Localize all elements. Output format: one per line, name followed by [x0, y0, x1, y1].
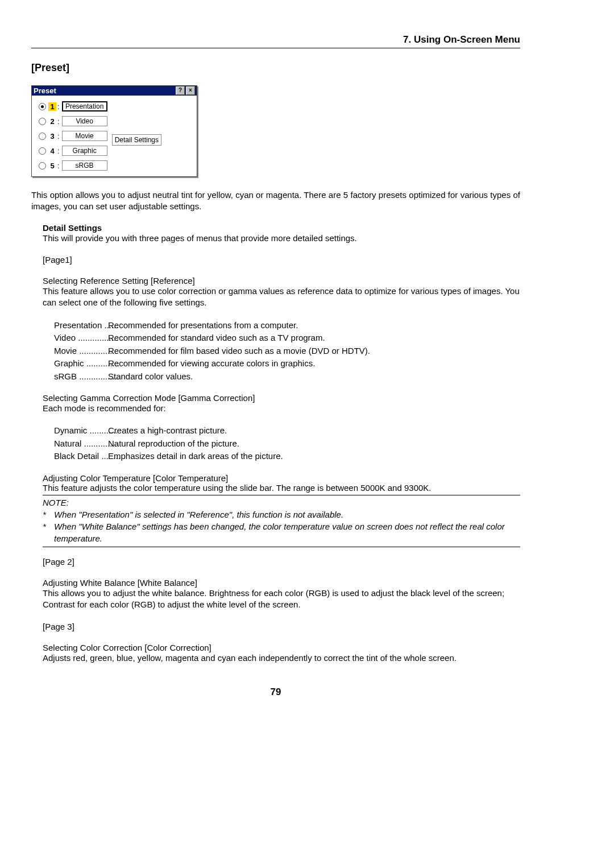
gamma-list: Dynamic ............ Creates a high-cont… [54, 424, 520, 463]
preset-num: 1 [48, 102, 56, 111]
note-block: NOTE: * When "Presentation" is selected … [43, 495, 520, 547]
dialog-titlebar: Preset ? × [32, 86, 197, 96]
preset-label[interactable]: Graphic [62, 146, 107, 156]
page3-label: [Page 3] [43, 621, 520, 633]
color-temp-desc: This feature adjusts the color temperatu… [43, 483, 520, 493]
asterisk-icon: * [43, 509, 54, 520]
dialog-title-icons: ? × [176, 86, 195, 95]
preset-label[interactable]: Presentation [62, 101, 107, 111]
note-item: * When "Presentation" is selected in "Re… [43, 509, 520, 520]
white-balance-title: Adjusting White Balance [White Balance] [43, 578, 520, 588]
help-icon[interactable]: ? [176, 86, 185, 95]
preset-row-3[interactable]: 3 : Movie [39, 131, 107, 141]
preset-label[interactable]: Video [62, 116, 107, 126]
preset-row-1[interactable]: 1 : Presentation [39, 101, 107, 111]
radio-icon[interactable] [39, 103, 46, 110]
radio-icon[interactable] [39, 133, 46, 140]
preset-num: 4 [48, 147, 56, 155]
preset-num: 2 [48, 117, 56, 126]
list-item: Dynamic ............ Creates a high-cont… [54, 424, 520, 437]
note-item: * When "White Balance" settings has been… [43, 520, 520, 544]
list-item: Black Detail ........ Emphasizes detail … [54, 450, 520, 463]
colon: : [57, 132, 60, 140]
preset-row-5[interactable]: 5 : sRGB [39, 160, 107, 171]
note-label: NOTE: [43, 497, 520, 509]
radio-icon[interactable] [39, 162, 46, 170]
page1-label: [Page1] [43, 254, 520, 266]
dialog-title-text: Preset [34, 86, 56, 95]
close-icon[interactable]: × [186, 86, 195, 95]
colon: : [57, 162, 60, 170]
detail-settings-desc: This will provide you with three pages o… [43, 233, 520, 244]
colon: : [57, 102, 60, 111]
detail-settings-heading: Detail Settings [43, 223, 520, 233]
gamma-desc: Each mode is recommended for: [43, 403, 520, 414]
color-correction-desc: Adjusts red, green, blue, yellow, magent… [43, 652, 520, 664]
section-title: [Preset] [31, 62, 520, 74]
detail-settings-button[interactable]: Detail Settings [112, 134, 161, 146]
list-item: Video ................. Recommended for … [54, 332, 520, 345]
white-balance-desc: This allows you to adjust the white bala… [43, 588, 520, 611]
preset-num: 5 [48, 162, 56, 170]
preset-row-2[interactable]: 2 : Video [39, 116, 107, 126]
page2-label: [Page 2] [43, 556, 520, 568]
list-item: Movie ................ Recommended for f… [54, 345, 520, 358]
reference-list: Presentation ...... Recommended for pres… [54, 319, 520, 383]
preset-dialog: Preset ? × 1 : Presentation 2 : Video 3 … [31, 85, 197, 177]
gamma-title: Selecting Gamma Correction Mode [Gamma C… [43, 393, 520, 403]
reference-title: Selecting Reference Setting [Reference] [43, 276, 520, 286]
list-item: Presentation ...... Recommended for pres… [54, 319, 520, 332]
page-header: 7. Using On-Screen Menu [31, 34, 520, 48]
page-number: 79 [31, 687, 520, 698]
radio-icon[interactable] [39, 147, 46, 155]
intro-text: This option allows you to adjust neutral… [31, 189, 520, 213]
preset-num: 3 [48, 132, 56, 140]
radio-icon[interactable] [39, 118, 46, 125]
color-correction-title: Selecting Color Correction [Color Correc… [43, 643, 520, 652]
list-item: Graphic .............. Recommended for v… [54, 357, 520, 370]
preset-row-4[interactable]: 4 : Graphic [39, 146, 107, 156]
colon: : [57, 117, 60, 126]
preset-label[interactable]: Movie [62, 131, 107, 141]
color-temp-title: Adjusting Color Temperature [Color Tempe… [43, 473, 520, 483]
list-item: Natural ............... Natural reproduc… [54, 437, 520, 450]
preset-label[interactable]: sRGB [62, 160, 107, 171]
asterisk-icon: * [43, 520, 54, 544]
colon: : [57, 147, 60, 155]
preset-list: 1 : Presentation 2 : Video 3 : Movie 4 :… [39, 101, 107, 171]
dialog-body: 1 : Presentation 2 : Video 3 : Movie 4 :… [32, 96, 197, 176]
reference-desc: This feature allows you to use color cor… [43, 286, 520, 309]
list-item: sRGB ................. Standard color va… [54, 370, 520, 383]
